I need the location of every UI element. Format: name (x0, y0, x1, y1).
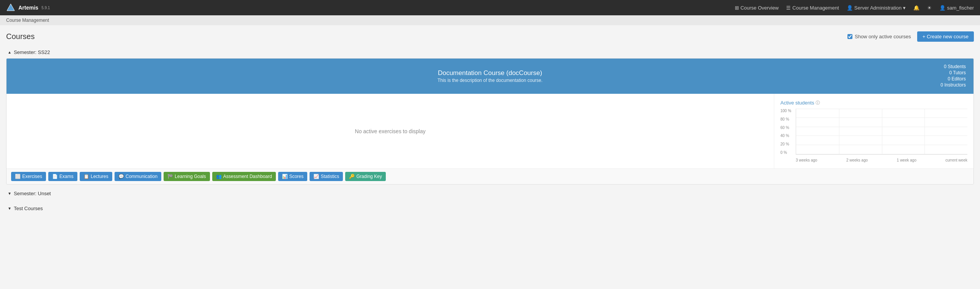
server-admin-label: Server Administration ▾ (854, 5, 906, 11)
show-active-text: Show only active courses (855, 34, 911, 39)
chart-title: Active students ⓘ (780, 100, 967, 106)
bell-icon: 🔔 (913, 5, 919, 11)
x-label-3w: 3 weeks ago (796, 158, 817, 162)
stat-instructors: 0 Instructors (920, 82, 966, 88)
semester-unset-header[interactable]: ▼ Semester: Unset (6, 188, 974, 199)
vert-line-1 (839, 109, 839, 154)
course-management-link[interactable]: ☰ Course Management (786, 5, 839, 11)
x-label-1w: 1 week ago (897, 158, 916, 162)
brand: Artemis 5.9.1 (6, 3, 50, 12)
course-info: Documentation Course (docCourse) This is… (60, 69, 920, 83)
stat-editors: 0 Editors (920, 76, 966, 82)
statistics-icon: 📈 (313, 174, 319, 179)
lectures-icon: 📋 (84, 174, 89, 179)
lectures-label: Lectures (91, 174, 108, 179)
statistics-label: Statistics (321, 174, 339, 179)
brand-name: Artemis (18, 5, 38, 11)
chart-grid (796, 109, 967, 155)
semester-test-header[interactable]: ▼ Test Courses (6, 202, 974, 214)
chevron-up-icon: ▲ (8, 50, 11, 54)
course-management-label: Course Management (792, 5, 839, 11)
course-overview-label: Course Overview (741, 5, 779, 11)
scores-icon: 📊 (282, 174, 288, 179)
exams-label: Exams (59, 174, 74, 179)
course-desc: This is the description of the documenta… (60, 78, 920, 83)
notifications-link[interactable]: 🔔 (913, 5, 919, 11)
stat-students: 0 Students (920, 64, 966, 69)
breadcrumb-link[interactable]: Course Management (6, 18, 49, 23)
info-icon: ⓘ (816, 100, 820, 106)
navbar: Artemis 5.9.1 ⊞ Course Overview ☰ Course… (0, 0, 980, 15)
show-active-checkbox[interactable] (847, 34, 852, 39)
scores-label: Scores (289, 174, 303, 179)
grading-icon: 🔑 (349, 174, 355, 179)
courses-actions: Show only active courses + Create new co… (847, 31, 974, 42)
semester-unset-label: Semester: Unset (14, 191, 51, 196)
x-label-2w: 2 weeks ago (846, 158, 868, 162)
assessment-dashboard-button[interactable]: 👥 Assessment Dashboard (212, 172, 276, 181)
exercises-label: Exercises (22, 174, 42, 179)
artemis-logo (6, 3, 15, 12)
sun-icon: ☀ (927, 5, 932, 11)
navbar-links: ⊞ Course Overview ☰ Course Management 👤 … (735, 5, 974, 11)
no-exercises-text: No active exercises to display (355, 128, 425, 134)
grading-key-label: Grading Key (356, 174, 382, 179)
show-active-label[interactable]: Show only active courses (847, 34, 911, 39)
semester-ss22-header[interactable]: ▲ Semester: SS22 (6, 46, 974, 58)
assessment-dashboard-label: Assessment Dashboard (223, 174, 272, 179)
chevron-down-icon-2: ▼ (8, 206, 11, 211)
y-label-40: 40 % (780, 134, 794, 138)
exercises-panel: No active exercises to display (7, 94, 774, 168)
user-icon: 👤 (939, 5, 946, 11)
statistics-button[interactable]: 📈 Statistics (310, 172, 343, 181)
y-label-80: 80 % (780, 117, 794, 121)
user-menu-link[interactable]: 👤 sam_fischer (939, 5, 974, 11)
theme-toggle-link[interactable]: ☀ (927, 5, 932, 11)
semester-ss22: ▲ Semester: SS22 Documentation Course (d… (6, 46, 974, 185)
exercises-button[interactable]: ⬜ Exercises (11, 172, 46, 181)
y-label-20: 20 % (780, 142, 794, 146)
page-title: Courses (6, 32, 34, 41)
learning-goals-label: Learning Goals (175, 174, 206, 179)
communication-button[interactable]: 💬 Communication (115, 172, 161, 181)
create-course-button[interactable]: + Create new course (917, 31, 974, 42)
course-body: No active exercises to display Active st… (7, 94, 973, 168)
semester-unset: ▼ Semester: Unset (6, 188, 974, 199)
server-admin-link[interactable]: 👤 Server Administration ▾ (847, 5, 906, 11)
exercises-icon: ⬜ (15, 174, 21, 179)
courses-header: Courses Show only active courses + Creat… (6, 31, 974, 42)
communication-label: Communication (126, 174, 157, 179)
active-students-label: Active students (780, 100, 814, 106)
svg-marker-0 (7, 4, 15, 11)
stat-tutors: 0 Tutors (920, 70, 966, 75)
course-header-band[interactable]: Documentation Course (docCourse) This is… (7, 59, 973, 94)
vert-line-2 (882, 109, 882, 154)
scores-button[interactable]: 📊 Scores (278, 172, 307, 181)
course-stats: 0 Students 0 Tutors 0 Editors 0 Instruct… (920, 64, 966, 88)
semester-test: ▼ Test Courses (6, 202, 974, 214)
grid-icon: ⊞ (735, 5, 739, 11)
brand-version: 5.9.1 (41, 6, 50, 10)
grading-key-button[interactable]: 🔑 Grading Key (345, 172, 386, 181)
chevron-down-icon: ▼ (8, 191, 11, 196)
chart-panel: Active students ⓘ 0 % 20 % 40 % 60 % 80 … (774, 94, 973, 168)
x-label-cw: current week (946, 158, 967, 162)
chart-y-labels: 0 % 20 % 40 % 60 % 80 % 100 % (780, 109, 794, 155)
y-label-0: 0 % (780, 150, 794, 155)
assessment-icon: 👥 (216, 174, 222, 179)
lectures-button[interactable]: 📋 Lectures (80, 172, 112, 181)
course-name: Documentation Course (docCourse) (60, 69, 920, 77)
breadcrumb: Course Management (0, 15, 980, 25)
y-label-60: 60 % (780, 126, 794, 130)
course-actions-bar: ⬜ Exercises 📄 Exams 📋 Lectures 💬 Communi… (7, 168, 973, 184)
semester-ss22-label: Semester: SS22 (14, 49, 50, 55)
list-icon: ☰ (786, 5, 791, 11)
chart-area: 0 % 20 % 40 % 60 % 80 % 100 % (780, 109, 967, 162)
semester-test-label: Test Courses (14, 206, 43, 211)
communication-icon: 💬 (118, 174, 124, 179)
course-overview-link[interactable]: ⊞ Course Overview (735, 5, 779, 11)
learning-goals-button[interactable]: 🏁 Learning Goals (164, 172, 210, 181)
exams-button[interactable]: 📄 Exams (48, 172, 77, 181)
exams-icon: 📄 (52, 174, 58, 179)
vert-line-3 (924, 109, 925, 154)
